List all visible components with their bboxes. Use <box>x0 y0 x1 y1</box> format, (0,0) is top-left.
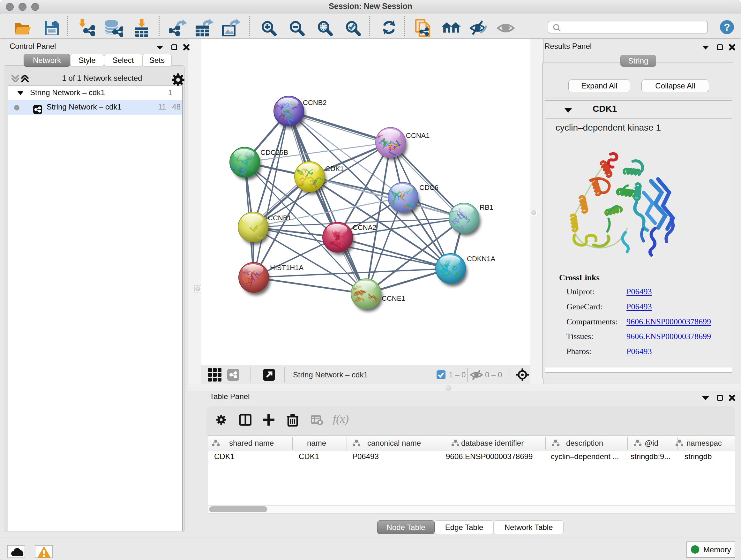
svg-text:HIST1H1A: HIST1H1A <box>270 264 304 272</box>
svg-text:CCNA1: CCNA1 <box>406 132 430 139</box>
svg-text:CCNB2: CCNB2 <box>303 99 327 107</box>
svg-text:CDC6: CDC6 <box>419 184 439 192</box>
svg-text:CCNB1: CCNB1 <box>268 214 292 222</box>
svg-text:CCNA2: CCNA2 <box>353 224 377 232</box>
svg-text:CCNE1: CCNE1 <box>382 294 406 302</box>
svg-text:RB1: RB1 <box>480 203 493 211</box>
svg-text:CDKN1A: CDKN1A <box>467 255 495 263</box>
svg-text:CDK1: CDK1 <box>325 165 344 173</box>
svg-text:CDC25B: CDC25B <box>260 148 288 157</box>
